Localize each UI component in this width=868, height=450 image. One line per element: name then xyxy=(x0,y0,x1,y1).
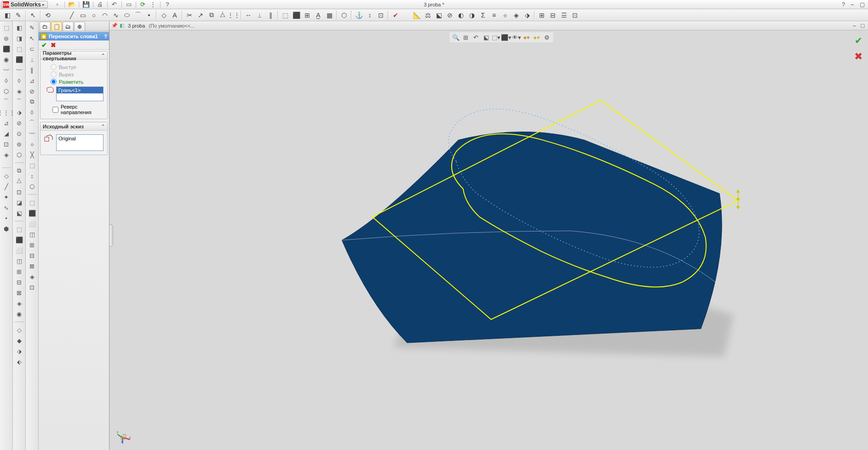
ref-coord-icon[interactable]: ✦ xyxy=(1,192,11,202)
help-icon[interactable]: ? xyxy=(163,1,172,8)
zoom-fit-icon[interactable]: 🔍 xyxy=(451,33,460,41)
cut-extrude-icon[interactable]: ⬛ xyxy=(1,44,11,53)
tab-feature-tree[interactable]: 🗀 xyxy=(40,22,51,31)
sk10-icon[interactable]: ⌒ xyxy=(27,118,37,127)
draft-icon[interactable]: ◢ xyxy=(1,129,11,138)
ref-plane-icon[interactable]: ◇ xyxy=(1,171,11,180)
radio-scribe-input[interactable] xyxy=(51,79,57,85)
section-icon[interactable]: ⬕ xyxy=(434,10,444,20)
bc-part-icon[interactable]: ◧ xyxy=(119,23,125,29)
bc-config[interactable]: (По умолчанию<<... xyxy=(149,23,195,29)
boundary-icon[interactable]: ⬡ xyxy=(1,87,11,96)
surf1-icon[interactable]: ◧ xyxy=(14,23,24,32)
pattern-icon[interactable]: ⋮⋮ xyxy=(229,10,239,20)
save-icon[interactable]: 💾 xyxy=(82,1,90,8)
convert-icon[interactable]: ⬡ xyxy=(339,10,349,20)
surf3-icon[interactable]: ⬚ xyxy=(14,44,24,53)
source-sketch-field[interactable]: Original xyxy=(56,134,103,151)
surface-body[interactable] xyxy=(342,132,722,343)
section-source-header[interactable]: Исходный эскиз ⌃ xyxy=(40,122,107,131)
surf14-icon[interactable]: ⧉ xyxy=(14,166,24,175)
sk14-icon[interactable]: ⬚ xyxy=(27,161,37,170)
grid-icon[interactable]: ▦ xyxy=(324,10,334,20)
sk12-icon[interactable]: ⟐ xyxy=(27,139,37,149)
hide-show-icon[interactable]: 👁▾ xyxy=(512,33,521,41)
relation-icon[interactable]: ⟂ xyxy=(254,10,264,20)
eval4-icon[interactable]: Σ xyxy=(478,10,488,20)
reverse-check[interactable]: Реверс направления xyxy=(52,104,103,115)
circle-icon[interactable]: ○ xyxy=(89,10,99,20)
eval-icon[interactable]: ⊘ xyxy=(445,10,455,20)
surf26-icon[interactable]: ◈ xyxy=(14,299,24,308)
surf23-icon[interactable]: ⊞ xyxy=(14,267,24,276)
sk21-icon[interactable]: ⊞ xyxy=(27,240,37,249)
surf20-icon[interactable]: ⬛ xyxy=(14,235,24,244)
surf28-icon[interactable]: ◇ xyxy=(14,325,24,335)
minimize-icon[interactable]: ‒ xyxy=(849,1,856,8)
tab-config-manager[interactable]: 🗂 xyxy=(63,22,74,31)
surf7-icon[interactable]: ◈ xyxy=(14,87,24,96)
face-select-box[interactable]: Грань<1> xyxy=(46,87,103,101)
rib-icon[interactable]: ⊿ xyxy=(1,118,11,127)
sk13-icon[interactable]: ╳ xyxy=(27,150,37,159)
surf13-icon[interactable]: ⬡ xyxy=(14,150,24,159)
surf9-icon[interactable]: ⬗ xyxy=(14,108,24,117)
surf16-icon[interactable]: ⊡ xyxy=(14,187,24,196)
bc-part-name[interactable]: 3 proba xyxy=(128,23,145,29)
confirm-cancel-button[interactable]: ✖ xyxy=(854,51,862,63)
sk19-icon[interactable]: ⬜ xyxy=(27,219,37,228)
relation2-icon[interactable]: ∥ xyxy=(265,10,276,20)
extend-icon[interactable]: ↗ xyxy=(195,10,206,20)
sk6-icon[interactable]: ⊿ xyxy=(27,76,37,85)
mirror-icon[interactable]: ⧊ xyxy=(218,10,228,20)
pm-help-icon[interactable]: ? xyxy=(104,34,107,39)
surf8-icon[interactable]: ⌒ xyxy=(14,97,24,106)
fillet2-icon[interactable]: ⌒ xyxy=(1,97,11,106)
help2-icon[interactable]: ? xyxy=(840,1,846,8)
eval6-icon[interactable]: ⟐ xyxy=(500,10,510,20)
orientation-triad[interactable]: z x y xyxy=(117,427,133,444)
mass-icon[interactable]: ⚖ xyxy=(423,10,433,20)
options-icon[interactable]: ⋮ xyxy=(149,1,157,8)
radio-scribe[interactable]: Разметить xyxy=(51,79,103,85)
sk20-icon[interactable]: ◫ xyxy=(27,230,37,239)
bc-restore-icon[interactable]: ▢ xyxy=(859,23,866,29)
cursor-icon[interactable]: ↖ xyxy=(28,10,38,20)
confirm-ok-button[interactable]: ✔ xyxy=(855,35,862,46)
surf25-icon[interactable]: ⊠ xyxy=(14,288,24,297)
sk7-icon[interactable]: ⊘ xyxy=(27,87,37,96)
cfg-icon[interactable]: ⊡ xyxy=(570,10,580,20)
source-sketch-input[interactable]: Original xyxy=(44,134,103,151)
surf4-icon[interactable]: ⬛ xyxy=(14,55,24,64)
graphics-viewport[interactable]: 📌 ◧ 3 proba (По умолчанию<<... ‒ ▢ 🔍 ⊞ ↶… xyxy=(109,21,868,450)
sk4-icon[interactable]: ⟂ xyxy=(27,55,37,64)
eval3-icon[interactable]: ◑ xyxy=(467,10,477,20)
section-wrap-header[interactable]: Параметры свертывания ⌃ xyxy=(40,52,107,60)
eval5-icon[interactable]: ≡ xyxy=(489,10,499,20)
display-style-icon[interactable]: ⬛▾ xyxy=(502,33,511,41)
pm-cancel-button[interactable]: ✖ xyxy=(51,41,56,48)
ref-axis-icon[interactable]: ╱ xyxy=(1,182,11,191)
note-icon[interactable]: A̲ xyxy=(313,10,323,20)
surf21-icon[interactable]: ⬜ xyxy=(14,246,24,255)
surf17-icon[interactable]: ◪ xyxy=(14,198,24,207)
surf31-icon[interactable]: ⬖ xyxy=(14,357,24,366)
prev-view-icon[interactable]: ↶ xyxy=(471,33,481,41)
fillet-icon[interactable]: ⌒ xyxy=(133,10,143,20)
collapse-icon[interactable]: ⌃ xyxy=(101,53,105,58)
drag-handle[interactable] xyxy=(736,190,740,210)
check-icon[interactable]: ✔ xyxy=(391,10,401,20)
sweep-icon[interactable]: 〰 xyxy=(1,65,11,75)
section-view-icon[interactable]: ⬕ xyxy=(482,33,491,41)
sk18-icon[interactable]: ⬛ xyxy=(27,208,37,218)
view-orient-icon[interactable]: ⬚▾ xyxy=(492,33,501,41)
flow-icon[interactable]: ⊞ xyxy=(537,10,547,20)
spline-icon[interactable]: ∿ xyxy=(111,10,121,20)
anchor-icon[interactable]: ⚓ xyxy=(354,10,364,20)
surf6-icon[interactable]: ◊ xyxy=(14,76,24,85)
point-icon[interactable]: • xyxy=(144,10,154,20)
revolve-icon[interactable]: ⊚ xyxy=(1,34,11,43)
open-icon[interactable]: 📂 xyxy=(68,1,76,8)
appearance-icon[interactable]: ●▾ xyxy=(522,33,531,41)
report-icon[interactable]: ☰ xyxy=(559,10,569,20)
